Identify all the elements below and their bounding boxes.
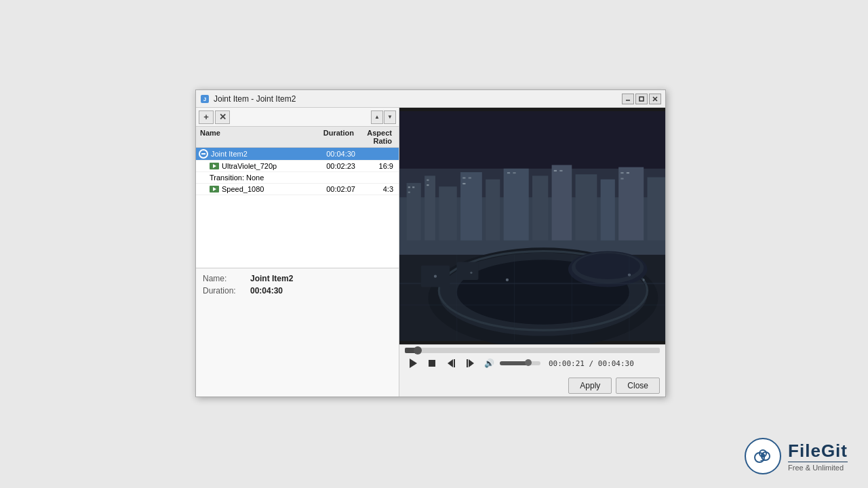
close-window-button[interactable]	[649, 94, 661, 104]
filegit-tagline: Free & Unlimited	[788, 462, 848, 472]
duration-row: Duration: 00:04:30	[203, 286, 392, 296]
svg-point-48	[470, 272, 472, 274]
svg-text:J: J	[203, 96, 206, 102]
row-aspect: 4:3	[355, 185, 396, 193]
window-title: Joint Item - Joint Item2	[214, 94, 296, 104]
svg-rect-33	[620, 172, 623, 174]
duration-label: Duration:	[203, 286, 250, 296]
svg-rect-35	[620, 178, 623, 180]
next-button[interactable]	[462, 356, 478, 371]
column-name: Name	[200, 129, 307, 145]
previous-icon	[448, 359, 455, 367]
video-area	[399, 108, 665, 344]
time-display: 00:00:21 / 00:04:30	[549, 359, 634, 368]
bottom-buttons: Apply Close	[399, 373, 665, 396]
title-bar-left: J Joint Item - Joint Item2	[200, 94, 296, 104]
seek-bar-thumb[interactable]	[414, 346, 422, 354]
tree-row[interactable]: UltraViolet_720p 00:02:23 16:9	[196, 161, 399, 172]
maximize-button[interactable]	[635, 94, 648, 104]
name-value: Joint Item2	[250, 274, 293, 283]
svg-rect-10	[425, 176, 435, 240]
title-bar: J Joint Item - Joint Item2	[196, 90, 665, 108]
left-panel: + ✕ ▲ ▼ Name Duration Aspect Ratio	[196, 108, 399, 396]
filegit-logo-icon	[745, 438, 781, 474]
info-panel: Name: Joint Item2 Duration: 00:04:30	[196, 268, 399, 396]
row-name: Joint Item2	[199, 149, 308, 159]
name-row: Name: Joint Item2	[203, 274, 392, 283]
filegit-icon-svg	[751, 444, 775, 468]
volume-button[interactable]: 🔊	[481, 356, 497, 371]
row-name: Speed_1080	[210, 185, 308, 193]
svg-rect-12	[460, 172, 482, 241]
previous-button[interactable]	[443, 356, 459, 371]
svg-rect-24	[427, 180, 429, 181]
svg-point-60	[761, 453, 765, 458]
column-aspect: Aspect Ratio	[354, 129, 395, 145]
svg-rect-22	[412, 186, 414, 188]
svg-rect-17	[576, 174, 597, 240]
scroll-down-button[interactable]: ▼	[384, 110, 396, 124]
apply-button[interactable]: Apply	[568, 378, 612, 394]
stop-icon	[429, 360, 435, 367]
svg-rect-11	[439, 186, 456, 240]
row-name: Transition: None	[210, 174, 308, 182]
toolbar: + ✕ ▲ ▼	[196, 108, 399, 127]
filegit-name: FileGit	[788, 441, 848, 462]
seek-bar[interactable]	[405, 348, 660, 353]
scroll-buttons: ▲ ▼	[371, 110, 396, 124]
svg-rect-9	[407, 183, 421, 241]
name-label: Name:	[203, 274, 250, 283]
svg-rect-30	[513, 172, 515, 174]
filegit-branding: FileGit Free & Unlimited	[745, 438, 848, 474]
row-aspect: 16:9	[355, 162, 396, 170]
svg-rect-26	[462, 177, 465, 178]
svg-point-51	[643, 279, 645, 281]
play-icon	[410, 359, 417, 368]
svg-rect-16	[552, 165, 572, 240]
svg-rect-28	[462, 183, 465, 184]
dialog-content: + ✕ ▲ ▼ Name Duration Aspect Ratio	[196, 108, 665, 396]
add-button[interactable]: +	[199, 110, 214, 124]
svg-point-47	[434, 275, 437, 278]
app-icon: J	[200, 94, 210, 104]
dialog-window: J Joint Item - Joint Item2 + ✕	[195, 89, 666, 397]
playback-controls: 🔊 00:00:21 / 00:04:30	[405, 356, 660, 371]
svg-rect-46	[457, 262, 479, 279]
remove-button[interactable]: ✕	[215, 110, 230, 124]
svg-rect-25	[427, 184, 429, 186]
svg-rect-31	[554, 170, 557, 171]
svg-rect-3	[639, 97, 644, 101]
controls-bar: 🔊 00:00:21 / 00:04:30	[399, 344, 665, 373]
svg-rect-34	[627, 172, 629, 174]
video-icon	[210, 163, 219, 169]
tree-row[interactable]: Transition: None	[196, 172, 399, 184]
scroll-up-button[interactable]: ▲	[371, 110, 383, 124]
minimize-button[interactable]	[622, 94, 634, 104]
duration-value: 00:04:30	[250, 286, 283, 296]
svg-rect-14	[504, 169, 529, 241]
svg-point-49	[506, 279, 509, 281]
svg-rect-29	[507, 172, 510, 174]
row-name: UltraViolet_720p	[210, 162, 308, 170]
svg-rect-15	[532, 176, 548, 240]
tree-row[interactable]: Joint Item2 00:04:30	[196, 148, 399, 161]
volume-icon: 🔊	[484, 359, 494, 368]
volume-thumb	[525, 359, 532, 366]
row-duration: 00:04:30	[308, 150, 355, 158]
joint-icon	[199, 149, 208, 159]
svg-rect-13	[486, 180, 500, 241]
row-duration: 00:02:23	[308, 162, 355, 170]
stop-button[interactable]	[424, 356, 440, 371]
close-button[interactable]: Close	[616, 378, 660, 394]
play-button[interactable]	[405, 356, 421, 371]
svg-rect-18	[601, 180, 615, 241]
column-duration: Duration	[307, 129, 354, 145]
volume-slider[interactable]	[500, 361, 540, 365]
tree-row[interactable]: Speed_1080 00:02:07 4:3	[196, 184, 399, 195]
row-duration: 00:02:07	[308, 185, 355, 193]
filegit-logo-text: FileGit Free & Unlimited	[788, 441, 848, 472]
video-icon	[210, 186, 219, 192]
svg-rect-23	[408, 192, 410, 193]
svg-rect-27	[469, 177, 471, 178]
next-icon	[467, 359, 474, 367]
